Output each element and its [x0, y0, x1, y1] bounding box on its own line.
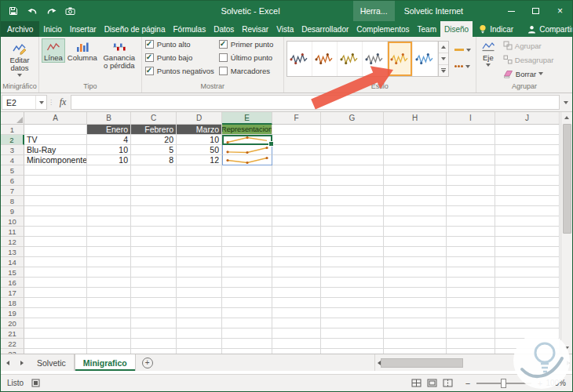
row-header-5[interactable]: 5: [1, 165, 24, 176]
cell-D8[interactable]: [177, 196, 222, 206]
cell-B19[interactable]: [87, 308, 131, 318]
ribbon-tab-team[interactable]: Team: [414, 21, 440, 37]
cell-F21[interactable]: [272, 328, 321, 339]
cell-C12[interactable]: [131, 237, 177, 247]
cell-G14[interactable]: [321, 257, 384, 267]
cell-G13[interactable]: [321, 247, 384, 257]
cell-D22[interactable]: [177, 339, 222, 349]
cell-I21[interactable]: [447, 328, 495, 339]
cell-A3[interactable]: Blu-Ray: [24, 145, 87, 155]
save-button[interactable]: [4, 1, 23, 21]
close-button[interactable]: ×: [548, 1, 572, 21]
row-header-21[interactable]: 21: [1, 328, 24, 339]
cell-D14[interactable]: [177, 257, 222, 267]
cell-A1[interactable]: [24, 125, 87, 135]
ribbon-tab-dise-o[interactable]: Diseño: [440, 21, 473, 37]
cell-E2[interactable]: [222, 135, 272, 145]
macro-record-button[interactable]: [31, 379, 40, 387]
cell-B15[interactable]: [87, 267, 131, 278]
cell-H4[interactable]: [384, 155, 447, 165]
cell-C5[interactable]: [131, 165, 177, 176]
cell-C1[interactable]: Febrero: [131, 125, 177, 135]
row-header-18[interactable]: 18: [1, 298, 24, 308]
ribbon-tab-desarrollador[interactable]: Desarrollador: [297, 21, 352, 37]
cell-B7[interactable]: [87, 186, 131, 196]
cell-F1[interactable]: [272, 125, 321, 135]
sparkline-style-1[interactable]: [287, 42, 312, 76]
cell-J3[interactable]: [495, 145, 560, 155]
ribbon-tab-f-rmulas[interactable]: Fórmulas: [169, 21, 210, 37]
cell-B17[interactable]: [87, 288, 131, 298]
cell-D9[interactable]: [177, 206, 222, 216]
cell-F18[interactable]: [272, 298, 321, 308]
cell-B6[interactable]: [87, 176, 131, 186]
row-header-22[interactable]: 22: [1, 339, 24, 349]
cell-I2[interactable]: [447, 135, 495, 145]
row-header-17[interactable]: 17: [1, 288, 24, 298]
cell-C19[interactable]: [131, 308, 177, 318]
cell-D13[interactable]: [177, 247, 222, 257]
checkbox-punto-alto[interactable]: Punto alto: [145, 40, 219, 49]
cell-G5[interactable]: [321, 165, 384, 176]
cell-C23[interactable]: [131, 349, 177, 354]
cell-E11[interactable]: [222, 227, 272, 237]
zoom-slider[interactable]: [476, 383, 531, 384]
ribbon-tab-revisar[interactable]: Revisar: [238, 21, 272, 37]
cell-H19[interactable]: [384, 308, 447, 318]
account-name[interactable]: Solvetic Internet: [395, 6, 473, 16]
cell-C8[interactable]: [131, 196, 177, 206]
checkbox-primer-punto[interactable]: Primer punto: [219, 40, 282, 49]
cell-B18[interactable]: [87, 298, 131, 308]
cell-G7[interactable]: [321, 186, 384, 196]
cell-G9[interactable]: [321, 206, 384, 216]
sparkline-style-3[interactable]: [338, 42, 363, 76]
cell-A14[interactable]: [24, 257, 87, 267]
cell-I15[interactable]: [447, 267, 495, 278]
cell-F3[interactable]: [272, 145, 321, 155]
cell-C10[interactable]: [131, 216, 177, 227]
col-header-d[interactable]: D: [177, 112, 222, 125]
cell-G4[interactable]: [321, 155, 384, 165]
cell-A8[interactable]: [24, 196, 87, 206]
cell-J23[interactable]: [495, 349, 560, 354]
cell-A22[interactable]: [24, 339, 87, 349]
cell-I18[interactable]: [447, 298, 495, 308]
ribbon-tab-vista[interactable]: Vista: [272, 21, 297, 37]
row-header-16[interactable]: 16: [1, 278, 24, 288]
cell-D3[interactable]: 50: [177, 145, 222, 155]
sparkline-style-5[interactable]: [388, 42, 413, 76]
cell-J4[interactable]: [495, 155, 560, 165]
ribbon-tab-archivo[interactable]: Archivo: [1, 21, 39, 37]
cell-H9[interactable]: [384, 206, 447, 216]
gallery-more-button[interactable]: [439, 65, 448, 76]
cell-G19[interactable]: [321, 308, 384, 318]
sparkline-type-line-button[interactable]: Línea: [42, 38, 65, 63]
expand-formula-bar-button[interactable]: [560, 95, 571, 110]
cell-B5[interactable]: [87, 165, 131, 176]
cell-B21[interactable]: [87, 328, 131, 339]
cell-G21[interactable]: [321, 328, 384, 339]
cell-E19[interactable]: [222, 308, 272, 318]
scroll-down-button[interactable]: [561, 343, 572, 354]
checkbox-puntos-negativos[interactable]: Puntos negativos: [145, 67, 219, 75]
horizont al-scrollbar[interactable]: [374, 354, 572, 371]
row-header-13[interactable]: 13: [1, 247, 24, 257]
cell-D21[interactable]: [177, 328, 222, 339]
col-header-b[interactable]: B: [87, 112, 131, 125]
cell-F9[interactable]: [272, 206, 321, 216]
cell-F13[interactable]: [272, 247, 321, 257]
cell-I13[interactable]: [447, 247, 495, 257]
cell-B8[interactable]: [87, 196, 131, 206]
cell-J18[interactable]: [495, 298, 560, 308]
cell-E6[interactable]: [222, 176, 272, 186]
row-header-8[interactable]: 8: [1, 196, 24, 206]
cell-G1[interactable]: [321, 125, 384, 135]
cell-G22[interactable]: [321, 339, 384, 349]
cell-J10[interactable]: [495, 216, 560, 227]
cell-E14[interactable]: [222, 257, 272, 267]
cell-I5[interactable]: [447, 165, 495, 176]
cell-C22[interactable]: [131, 339, 177, 349]
cell-C17[interactable]: [131, 288, 177, 298]
sparkline-style-6[interactable]: [413, 42, 438, 76]
cell-E3[interactable]: [222, 145, 272, 155]
